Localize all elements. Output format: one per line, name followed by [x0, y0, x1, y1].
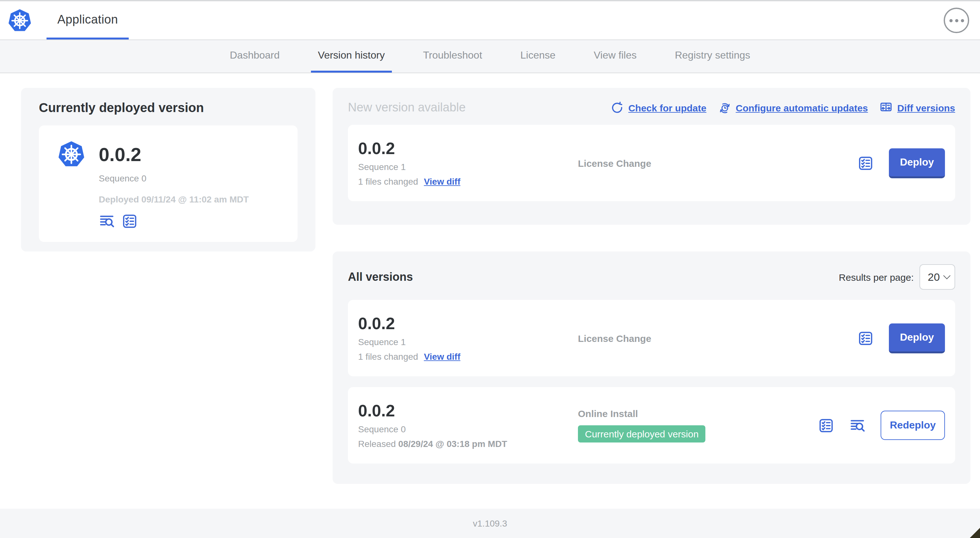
check-for-update-link[interactable]: Check for update [611, 101, 706, 114]
ellipsis-icon [955, 19, 958, 22]
app-header: Application [0, 1, 980, 40]
deployed-sequence: Sequence 0 [99, 173, 280, 183]
released-label: Released [358, 439, 396, 449]
diff-versions-label: Diff versions [897, 102, 955, 113]
check-for-update-label: Check for update [628, 102, 706, 113]
mouse-cursor-tip [968, 526, 980, 538]
tab-label: Registry settings [675, 50, 750, 61]
console-version: v1.109.3 [473, 518, 507, 528]
tab-version-history[interactable]: Version history [311, 40, 392, 73]
all-versions-title: All versions [348, 270, 413, 284]
tab-view-files[interactable]: View files [587, 40, 644, 73]
currently-deployed-card: 0.0.2 Sequence 0 Deployed 09/11/24 @ 11:… [39, 125, 298, 242]
tab-label: Version history [318, 50, 385, 61]
version-row: 0.0.2 Sequence 0 Released 08/29/24 @ 03:… [348, 387, 955, 463]
configure-automatic-updates-label: Configure automatic updates [736, 102, 868, 113]
tab-label: View files [594, 50, 637, 61]
version-sequence: Sequence 1 [358, 162, 578, 172]
new-version-title: New version available [348, 101, 466, 114]
view-diff-link[interactable]: View diff [424, 351, 460, 362]
tab-registry-settings[interactable]: Registry settings [668, 40, 757, 73]
new-version-card: 0.0.2 Sequence 1 1 files changed View di… [348, 125, 955, 201]
right-column: New version available Check for update C… [332, 88, 970, 509]
tab-dashboard[interactable]: Dashboard [223, 40, 287, 73]
preflight-checks-icon[interactable] [818, 417, 834, 433]
main-content: Currently deployed version 0.0.2 Sequenc… [0, 73, 980, 509]
version-number: 0.0.2 [358, 140, 578, 157]
refresh-icon [611, 101, 624, 114]
view-diff-link[interactable]: View diff [424, 176, 460, 187]
version-source: License Change [578, 157, 858, 168]
clock-refresh-icon [718, 101, 731, 114]
kubernetes-logo-icon [7, 7, 32, 33]
tab-license[interactable]: License [513, 40, 562, 73]
tab-troubleshoot[interactable]: Troubleshoot [416, 40, 489, 73]
tab-label: License [520, 50, 555, 61]
app-title: Application [57, 13, 118, 26]
diff-versions-link[interactable]: Diff versions [879, 101, 955, 114]
files-changed: 1 files changed [358, 351, 418, 362]
preflight-checks-icon[interactable] [122, 213, 138, 229]
results-per-page-select[interactable]: 20 [920, 264, 955, 290]
currently-deployed-title: Currently deployed version [39, 101, 298, 115]
released-value: 08/29/24 @ 03:18 pm MDT [398, 439, 507, 449]
deploy-button[interactable]: Deploy [889, 148, 945, 178]
version-source: Online Install [578, 408, 818, 419]
tab-label: Dashboard [230, 50, 280, 61]
deployed-version-number: 0.0.2 [99, 144, 141, 165]
version-sequence: Sequence 1 [358, 337, 578, 347]
version-number: 0.0.2 [358, 314, 578, 333]
section-nav: Dashboard Version history Troubleshoot L… [0, 40, 980, 73]
results-per-page-label: Results per page: [839, 271, 914, 282]
files-changed: 1 files changed [358, 176, 418, 187]
diff-icon [879, 101, 893, 114]
version-row: 0.0.2 Sequence 1 1 files changed View di… [348, 300, 955, 376]
app-title-tab[interactable]: Application [46, 1, 129, 40]
currently-deployed-badge: Currently deployed version [578, 425, 706, 443]
version-number: 0.0.2 [358, 402, 578, 420]
admin-console-page: Application Dashboard Version history Tr… [0, 0, 980, 538]
deployed-timestamp: Deployed 09/11/24 @ 11:02 am MDT [99, 194, 280, 205]
view-logs-icon[interactable] [99, 213, 115, 229]
left-column: Currently deployed version 0.0.2 Sequenc… [21, 88, 315, 509]
console-footer: v1.109.3 [0, 509, 980, 538]
view-logs-icon[interactable] [850, 417, 865, 433]
version-sequence: Sequence 0 [358, 424, 578, 434]
released-timestamp: Released 08/29/24 @ 03:18 pm MDT [358, 439, 578, 449]
configure-automatic-updates-link[interactable]: Configure automatic updates [718, 101, 868, 114]
results-per-page-select-wrap: 20 [920, 264, 955, 290]
new-version-panel: New version available Check for update C… [332, 88, 970, 225]
preflight-checks-icon[interactable] [858, 155, 873, 171]
all-versions-panel: All versions Results per page: 20 [332, 251, 970, 484]
version-source: License Change [578, 333, 858, 343]
kubernetes-app-icon [57, 140, 86, 169]
redeploy-button[interactable]: Redeploy [881, 411, 945, 440]
preflight-checks-icon[interactable] [858, 330, 873, 346]
overflow-menu-button[interactable] [944, 8, 969, 33]
currently-deployed-panel: Currently deployed version 0.0.2 Sequenc… [21, 88, 315, 251]
deploy-button[interactable]: Deploy [889, 323, 945, 353]
tab-label: Troubleshoot [423, 50, 482, 61]
